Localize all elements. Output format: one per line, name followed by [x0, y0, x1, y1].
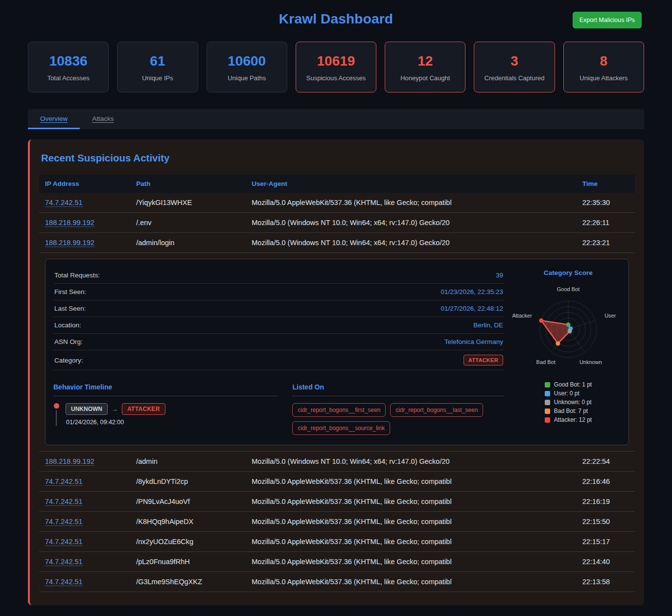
path-cell: /admin: [130, 452, 246, 472]
info-value: Berlin, DE: [473, 321, 503, 329]
radar-legend: Good Bot: 1 ptUser: 0 ptUnknown: 0 ptBad…: [545, 379, 592, 425]
rows-after-detail: 188.218.99.192/adminMozilla/5.0 (Windows…: [39, 452, 635, 592]
ip-link[interactable]: 188.218.99.192: [45, 457, 94, 466]
expanded-detail-row: Total Requests: 39 First Seen: 01/23/202…: [39, 253, 635, 452]
stat-value: 3: [477, 53, 551, 69]
time-cell: 22:26:11: [577, 213, 635, 233]
export-malicious-ips-button[interactable]: Export Malicious IPs: [573, 12, 642, 28]
time-cell: 22:15:17: [577, 532, 635, 552]
stat-label: Suspicious Accesses: [299, 74, 373, 82]
legend-label: User: 0 pt: [554, 390, 579, 397]
stat-label: Honeypot Caught: [388, 74, 462, 82]
path-cell: /8ykdLnDYTi2cp: [130, 472, 246, 492]
info-label: Location:: [54, 321, 81, 329]
info-row-last-seen: Last Seen: 01/27/2026, 22:48:12: [53, 300, 504, 317]
ip-detail-info: Total Requests: 39 First Seen: 01/23/202…: [53, 267, 504, 435]
radar-axis-label-good-bot: Good Bot: [557, 286, 579, 292]
user-agent-cell: Mozilla/5.0 (Windows NT 10.0; Win64; x64…: [246, 213, 576, 233]
category-from-badge: UNKNOWN: [66, 403, 108, 415]
stat-card-suspicious-accesses: 10619Suspicious Accesses: [296, 42, 376, 92]
legend-item-user: User: 0 pt: [545, 390, 592, 397]
radar-axis-label-user: User: [604, 313, 616, 319]
user-agent-cell: Mozilla/5.0 (Windows NT 10.0; Win64; x64…: [246, 452, 576, 472]
stat-card-unique-ips: 61Unique IPs: [117, 42, 198, 92]
info-value: Telefonica Germany: [444, 338, 503, 345]
table-row[interactable]: 74.7.242.51/pLz0Fnua9fRhHMozilla/5.0 App…: [39, 552, 635, 572]
user-agent-cell: Mozilla/5.0 AppleWebKit/537.36 (KHTML, l…: [246, 492, 576, 512]
legend-swatch: [545, 417, 550, 423]
time-cell: 22:35:30: [577, 193, 635, 213]
table-row[interactable]: 74.7.242.51/PN9LvAcJ4uoVfMozilla/5.0 App…: [39, 492, 635, 512]
info-row-total-requests: Total Requests: 39: [53, 267, 504, 284]
radar-axis-label-attacker: Attacker: [512, 313, 532, 319]
radar-chart: Good BotUserUnknownBad BotAttacker: [516, 278, 621, 374]
table-row[interactable]: 74.7.242.51/nx2yUOZuE6CkgMozilla/5.0 App…: [39, 532, 635, 552]
ip-link[interactable]: 74.7.242.51: [45, 558, 83, 566]
radar-axis-label-unknown: Unknown: [579, 359, 602, 365]
info-row-asn-org: ASN Org: Telefonica Germany: [53, 334, 504, 350]
table-row[interactable]: 74.7.242.51/8ykdLnDYTi2cpMozilla/5.0 App…: [39, 472, 635, 492]
info-label: Last Seen:: [54, 305, 86, 312]
legend-swatch: [545, 400, 550, 405]
listed-on-badge: cidr_report_bogons__first_seen: [292, 403, 386, 417]
category-attacker-badge: ATTACKER: [463, 355, 503, 365]
table-row[interactable]: 188.218.99.192/adminMozilla/5.0 (Windows…: [39, 452, 635, 472]
ip-link[interactable]: 74.7.242.51: [45, 518, 83, 526]
time-cell: 22:15:50: [577, 512, 635, 532]
table-row[interactable]: 188.218.99.192/admin/loginMozilla/5.0 (W…: [39, 233, 635, 253]
behavior-timeline-section: Behavior Timeline UNKNOWN: [53, 383, 278, 435]
stat-label: Unique Paths: [210, 74, 284, 82]
info-row-location: Location: Berlin, DE: [53, 317, 504, 334]
info-label: Category:: [54, 357, 83, 364]
listed-on-badge: cidr_report_bogons__last_seen: [390, 403, 483, 417]
category-score-section: Category Score Good BotUserUnknownBad Bo…: [516, 267, 621, 435]
ip-link[interactable]: 74.7.242.51: [45, 498, 83, 506]
tab-attacks[interactable]: Attacks: [80, 109, 126, 129]
info-value: 39: [496, 272, 503, 279]
table-row[interactable]: 74.7.242.51/YiqykGI13WHXEMozilla/5.0 App…: [39, 193, 635, 213]
table-row[interactable]: 74.7.242.51/K8HQq9hAipeDXMozilla/5.0 App…: [39, 512, 635, 532]
stat-label: Unique Attackers: [567, 74, 641, 82]
column-header-user-agent: User-Agent: [246, 175, 576, 193]
legend-label: Attacker: 12 pt: [554, 416, 592, 423]
path-cell: /.env: [130, 213, 246, 233]
legend-swatch: [545, 391, 550, 396]
ip-link[interactable]: 74.7.242.51: [45, 199, 83, 207]
user-agent-cell: Mozilla/5.0 (Windows NT 10.0; Win64; x64…: [246, 233, 576, 253]
ip-link[interactable]: 188.218.99.192: [45, 239, 94, 247]
legend-item-good-bot: Good Bot: 1 pt: [545, 381, 592, 388]
path-cell: /PN9LvAcJ4uoVf: [130, 492, 246, 512]
legend-item-attacker: Attacker: 12 pt: [545, 416, 592, 423]
column-header-time: Time: [577, 175, 635, 193]
radar-axis-label-bad-bot: Bad Bot: [536, 359, 556, 365]
ip-link[interactable]: 74.7.242.51: [45, 478, 83, 486]
tab-bar: OverviewAttacks: [28, 109, 644, 129]
legend-item-unknown: Unknown: 0 pt: [545, 399, 592, 406]
stat-card-honeypot-caught: 12Honeypot Caught: [385, 42, 465, 92]
ip-link[interactable]: 74.7.242.51: [45, 578, 83, 586]
legend-label: Unknown: 0 pt: [554, 399, 592, 406]
path-cell: /YiqykGI13WHXE: [130, 193, 246, 213]
stat-label: Total Accesses: [31, 74, 105, 82]
timeline-line: [56, 410, 57, 426]
stat-value: 61: [120, 53, 194, 69]
suspicious-activity-panel: Recent Suspicious Activity IP Address Pa…: [28, 139, 644, 605]
behavior-timeline-title: Behavior Timeline: [53, 383, 278, 396]
tab-overview[interactable]: Overview: [28, 109, 80, 129]
time-cell: 22:16:19: [577, 492, 635, 512]
user-agent-cell: Mozilla/5.0 AppleWebKit/537.36 (KHTML, l…: [246, 193, 576, 213]
stat-value: 10619: [299, 53, 373, 69]
timeline-dot-icon: [54, 403, 59, 409]
stat-card-total-accesses: 10836Total Accesses: [28, 42, 109, 92]
legend-swatch: [545, 409, 550, 414]
timeline-transition: UNKNOWN → ATTACKER: [66, 403, 165, 415]
table-row[interactable]: 74.7.242.51/G3Lme9ShEQgXKZMozilla/5.0 Ap…: [39, 572, 635, 592]
user-agent-cell: Mozilla/5.0 AppleWebKit/537.36 (KHTML, l…: [246, 552, 576, 572]
listed-on-badges: cidr_report_bogons__first_seencidr_repor…: [292, 403, 504, 435]
ip-link[interactable]: 188.218.99.192: [45, 219, 94, 227]
detail-row-body: Total Requests: 39 First Seen: 01/23/202…: [39, 253, 635, 452]
table-row[interactable]: 188.218.99.192/.envMozilla/5.0 (Windows …: [39, 213, 635, 233]
legend-swatch: [545, 382, 550, 388]
ip-link[interactable]: 74.7.242.51: [45, 538, 83, 546]
stat-value: 10836: [31, 53, 105, 69]
